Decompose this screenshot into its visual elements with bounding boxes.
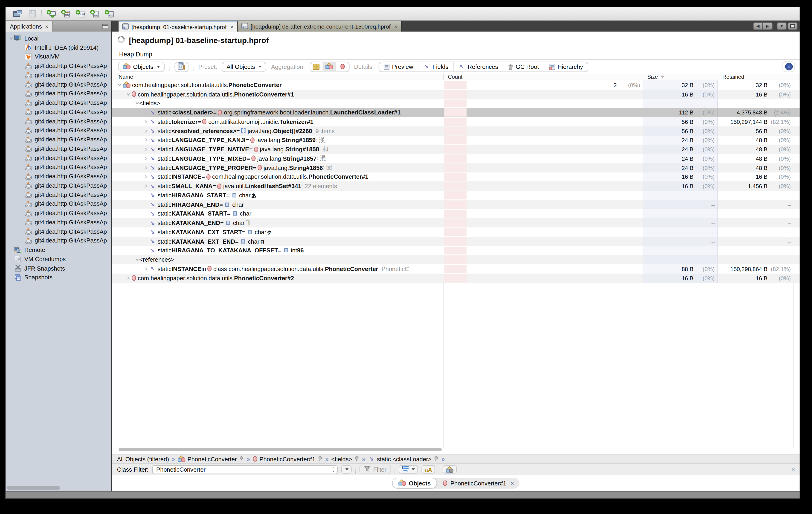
chevron-expanded-icon[interactable] (135, 258, 139, 262)
chevron-collapsed-icon[interactable] (143, 129, 148, 133)
class-filter-input[interactable]: PhoneticConverter ⌃⌄ (152, 465, 338, 474)
details-fields-button[interactable]: ↘Fields (418, 62, 454, 72)
add-remote-host-icon[interactable] (46, 9, 56, 19)
add-jmx-connection-icon[interactable]: JMX (61, 9, 71, 19)
tree-row[interactable]: <references> (112, 255, 800, 264)
add-heap-dump-icon[interactable] (104, 9, 114, 19)
objects-dropdown-button[interactable]: Objects (118, 61, 165, 72)
sidebar-item-git4idea-http-gitaskpassap[interactable]: git4idea.http.GitAskPassAp (6, 144, 111, 153)
tree-row[interactable]: ↘static KATAKANA_EXT_END = char ㇿ–– (112, 237, 800, 246)
chevron-collapsed-icon[interactable] (143, 138, 148, 142)
chevron-collapsed-icon[interactable] (143, 184, 148, 188)
chevron-expanded-icon[interactable] (117, 83, 122, 87)
tree-row[interactable]: ↘static LANGUAGE_TYPE_MIXED = java.lang.… (112, 154, 800, 163)
column-header-name[interactable]: Name (112, 74, 443, 80)
sidebar-item-git4idea-http-gitaskpassap[interactable]: git4idea.http.GitAskPassAp (6, 98, 111, 107)
load-snapshot-icon[interactable] (12, 9, 23, 19)
preset-select[interactable]: All Objects (222, 61, 266, 72)
chevron-collapsed-icon[interactable] (143, 166, 148, 170)
sidebar-item-git4idea-http-gitaskpassap[interactable]: git4idea.http.GitAskPassAp (6, 218, 111, 227)
tree-row[interactable]: ↘static HIRAGANA_END = char ゟ–– (112, 200, 800, 209)
breadcrumb-item[interactable]: ↘static <classLoader> (368, 456, 439, 462)
sidebar-item-git4idea-http-gitaskpassap[interactable]: git4idea.http.GitAskPassAp (6, 190, 111, 199)
sidebar-item-git4idea-http-gitaskpassap[interactable]: git4idea.http.GitAskPassAp (6, 71, 111, 80)
tab-close-icon[interactable]: × (511, 480, 514, 486)
details-hierarchy-button[interactable]: Hierarchy (544, 62, 588, 72)
sidebar-item-git4idea-http-gitaskpassap[interactable]: git4idea.http.GitAskPassAp (6, 89, 111, 98)
sidebar-item-git4idea-http-gitaskpassap[interactable]: git4idea.http.GitAskPassAp (6, 116, 111, 126)
tree-row[interactable]: ↘static INSTANCE = com.healingpaper.solu… (112, 172, 800, 182)
details-gcroot-button[interactable]: GC Root (503, 62, 544, 72)
info-button[interactable]: i (783, 61, 795, 72)
tree-row[interactable]: ↘static tokenizer = com.atilika.kuromoji… (112, 117, 800, 127)
tree-row[interactable]: ↘static SMALL_KANA = java.util.LinkedHas… (112, 182, 800, 191)
applications-tab[interactable]: Applications × (6, 21, 53, 31)
sidebar-item-git4idea-http-gitaskpassap[interactable]: git4idea.http.GitAskPassAp (6, 171, 111, 181)
sidebar-item-git4idea-http-gitaskpassap[interactable]: git4idea.http.GitAskPassAp (6, 209, 111, 218)
pin-icon[interactable] (317, 456, 323, 462)
sidebar-horizontal-scrollbar[interactable] (7, 486, 60, 490)
combo-stepper-icon[interactable]: ⌃⌄ (332, 467, 335, 471)
tree-row[interactable]: ↘static KATAKANA_EXT_START = char ㇰ–– (112, 227, 800, 237)
chevron-collapsed-icon[interactable] (143, 175, 148, 179)
column-header-size[interactable]: Size (643, 74, 718, 80)
match-case-button[interactable]: aA (422, 465, 435, 474)
sidebar-item-local[interactable]: Local (6, 34, 111, 43)
float-window-icon[interactable] (102, 21, 111, 31)
sidebar-item-git4idea-http-gitaskpassap[interactable]: git4idea.http.GitAskPassAp (6, 153, 111, 162)
chevron-collapsed-icon[interactable] (143, 147, 148, 151)
add-jfr-snapshot-icon[interactable] (90, 9, 100, 19)
sidebar-item-vm-coredumps[interactable]: VM Coredumps (6, 254, 111, 264)
table-horizontal-scrollbar[interactable] (119, 448, 442, 451)
compute-retained-sizes-button[interactable] (174, 61, 188, 72)
sidebar-item-git4idea-http-gitaskpassap[interactable]: git4idea.http.GitAskPassAp (6, 126, 111, 135)
breadcrumb-item[interactable]: <fields> (331, 456, 359, 462)
pin-icon[interactable] (354, 456, 359, 462)
tab-heapdump-05-after-extreme[interactable]: [heapdump] 05-after-extreme-concurrent-1… (238, 21, 402, 31)
scroll-tabs-right-button[interactable]: ▶ (763, 22, 773, 30)
tab-phoneticconverter1[interactable]: PhoneticConverter#1 × (437, 478, 519, 489)
tree-row[interactable]: <fields> (112, 99, 800, 108)
tab-list-button[interactable]: ▼ (777, 22, 787, 30)
tree-row[interactable]: ↘static <resolved_references> = java.lan… (112, 126, 800, 135)
sidebar-item-git4idea-http-gitaskpassap[interactable]: git4idea.http.GitAskPassAp (6, 181, 111, 190)
breadcrumb-item[interactable]: PhoneticConverter (178, 456, 244, 462)
sidebar-item-git4idea-http-gitaskpassap[interactable]: git4idea.http.GitAskPassAp (6, 162, 111, 171)
maximize-view-button[interactable] (788, 22, 798, 30)
add-vm-coredump-icon[interactable]: 01 01 (75, 9, 85, 19)
tab-close-icon[interactable]: × (394, 23, 398, 29)
sidebar-item-visualvm[interactable]: VisualVM (6, 52, 111, 61)
sidebar-item-git4idea-http-gitaskpassap[interactable]: git4idea.http.GitAskPassAp (6, 61, 111, 71)
sidebar-item-remote[interactable]: Remote (6, 245, 111, 254)
details-references-button[interactable]: ↖References (454, 62, 503, 72)
filter-button[interactable]: Filter (359, 465, 391, 474)
tree-row[interactable]: com.healingpaper.solution.data.utils.Pho… (112, 89, 800, 99)
column-header-retained[interactable]: Retained (718, 74, 793, 80)
sidebar-item-jfr-snapshots[interactable]: JFR Snapshots (6, 264, 111, 273)
aggregation-packages-toggle[interactable] (310, 62, 323, 72)
tree-row[interactable]: com.healingpaper.solution.data.utils.Pho… (112, 80, 800, 89)
sidebar-item-git4idea-http-gitaskpassap[interactable]: git4idea.http.GitAskPassAp (6, 135, 111, 144)
tree-row[interactable]: ↖static INSTANCE in class com.healingpap… (112, 264, 800, 274)
filter-type-dropdown-button[interactable] (399, 465, 418, 474)
chevron-collapsed-icon[interactable] (126, 276, 130, 280)
tree-row[interactable]: ↘static KATAKANA_END = char ヿ–– (112, 218, 800, 227)
sidebar-item-git4idea-http-gitaskpassap[interactable]: git4idea.http.GitAskPassAp (6, 227, 111, 236)
tree-row[interactable]: ↘static <classLoader> = org.springframew… (112, 108, 800, 117)
tree-row[interactable]: ↘static HIRAGANA_START = char ぁ–– (112, 191, 800, 200)
tab-heapdump-01-baseline[interactable]: [heapdump] 01-baseline-startup.hprof × (119, 21, 237, 31)
chevron-expanded-icon[interactable] (9, 36, 14, 40)
breadcrumb-item[interactable]: All Objects (filtered) (117, 456, 169, 462)
close-filter-bar-icon[interactable]: × (791, 466, 795, 473)
sidebar-item-git4idea-http-gitaskpassap[interactable]: git4idea.http.GitAskPassAp (6, 199, 111, 209)
tab-close-icon[interactable]: × (230, 24, 233, 30)
tree-row[interactable]: com.healingpaper.solution.data.utils.Pho… (112, 273, 800, 282)
pin-icon[interactable] (434, 456, 439, 462)
tree-row[interactable]: ↘static LANGUAGE_TYPE_KANJI = java.lang.… (112, 135, 800, 145)
chevron-expanded-icon[interactable] (126, 92, 130, 96)
tree-row[interactable]: ↘static KATAKANA_START = char ゠–– (112, 209, 800, 218)
sidebar-item-intellij-idea-pid-29914-[interactable]: BIntelliJ IDEA (pid 29914) (6, 43, 111, 52)
breadcrumb-item[interactable]: PhoneticConverter#1 (253, 456, 323, 462)
sidebar-item-git4idea-http-gitaskpassap[interactable]: git4idea.http.GitAskPassAp (6, 107, 111, 116)
tab-objects[interactable]: Objects (392, 478, 437, 489)
